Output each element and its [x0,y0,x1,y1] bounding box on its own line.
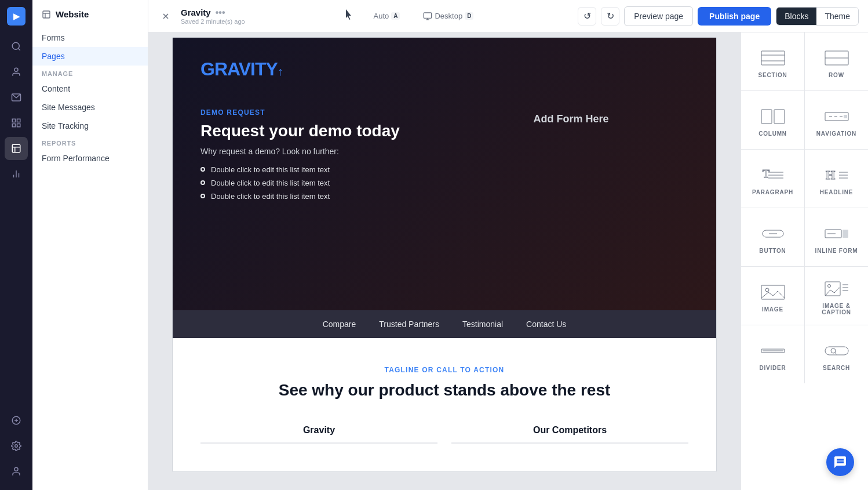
headline-block-icon: H [824,166,849,184]
svg-text:H: H [826,168,835,182]
sidebar-item-site-messages[interactable]: Site Messages [32,98,148,117]
hero-left-col: DEMO REQUEST Request your demo today Why… [200,108,435,201]
users-icon-btn[interactable] [5,60,28,84]
svg-rect-4 [12,119,15,122]
svg-rect-7 [17,124,20,127]
desktop-device-button[interactable]: Desktop D [418,9,478,23]
svg-point-0 [12,42,19,49]
hero-subtitle[interactable]: Why request a demo? Look no further: [200,147,435,156]
block-button[interactable]: BUTTON [741,208,804,266]
sidebar-item-content[interactable]: Content [32,79,148,98]
block-inline-form[interactable]: INLINE FORM [805,208,868,266]
topbar-actions: ↺ ↻ Preview page Publish page Blocks The… [578,6,859,26]
block-divider-label: DIVIDER [759,365,786,371]
search-icon-btn[interactable] [5,35,28,58]
list-item[interactable]: Double click to edit this list item text [200,179,435,187]
canvas-area[interactable]: GRAVITY↑ DEMO REQUEST Request your demo … [148,32,741,490]
svg-rect-38 [844,115,847,118]
svg-point-55 [827,285,830,288]
add-icon-btn[interactable] [5,409,28,432]
divider-block-icon [760,342,786,360]
nav-compare[interactable]: Compare [323,320,356,329]
blocks-grid: SECTION ROW COLUMN [741,32,868,383]
hero-list: Double click to edit this list item text… [200,165,435,201]
content-section: TAGLINE OR CALL TO ACTION See why our pr… [173,338,716,471]
svg-rect-19 [43,11,50,18]
settings-icon-btn[interactable] [5,434,28,458]
nav-bar: Compare Trusted Partners Testimonial Con… [173,310,716,338]
svg-rect-8 [12,144,20,153]
page-options-button[interactable]: ••• [216,8,225,18]
navigation-block-icon [824,107,849,126]
theme-toggle-button[interactable]: Theme [816,8,858,25]
sidebar-item-site-tracking[interactable]: Site Tracking [32,117,148,135]
grid-icon-btn[interactable] [5,111,28,135]
block-headline-label: HEADLINE [820,189,854,195]
svg-rect-5 [17,119,20,122]
hero-logo[interactable]: GRAVITY↑ [200,56,688,81]
block-section[interactable]: SECTION [741,32,804,90]
hero-content: GRAVITY↑ DEMO REQUEST Request your demo … [173,38,716,219]
block-image-caption-label: IMAGE & CAPTION [809,303,863,315]
blocks-toggle-button[interactable]: Blocks [776,8,816,25]
preview-page-button[interactable]: Preview page [624,6,693,26]
icon-bar: ▶ [0,0,32,490]
chat-bubble-button[interactable] [826,448,854,476]
hero-title[interactable]: Request your demo today [200,121,435,141]
section-title[interactable]: See why our product stands above the res… [200,381,688,400]
block-image-caption[interactable]: IMAGE & CAPTION [805,267,868,325]
hero-right-col[interactable]: Add Form Here [454,108,688,201]
block-image[interactable]: IMAGE [741,267,804,325]
block-navigation[interactable]: NAVIGATION [805,91,868,149]
sidebar-item-forms[interactable]: Forms [32,28,148,47]
block-headline[interactable]: H HEADLINE [805,150,868,208]
list-item[interactable]: Double click to edit this list item text [200,192,435,201]
blocks-panel: SECTION ROW COLUMN [741,32,868,490]
block-navigation-label: NAVIGATION [816,130,856,137]
cursor-icon [344,9,355,23]
app-logo[interactable]: ▶ [7,7,25,26]
sidebar-manage-header: MANAGE [32,66,148,79]
bullet-icon [200,180,205,185]
inline-form-block-icon [824,224,849,243]
pages-icon-btn[interactable] [5,137,28,160]
publish-page-button[interactable]: Publish page [698,7,771,26]
profile-icon-btn[interactable] [5,460,28,483]
form-placeholder: Add Form Here [533,113,608,125]
close-button[interactable] [158,8,174,24]
nav-contact-us[interactable]: Contact Us [526,320,566,329]
block-button-label: BUTTON [759,248,786,254]
section-tag: TAGLINE OR CALL TO ACTION [200,366,688,374]
block-column[interactable]: COLUMN [741,91,804,149]
svg-point-18 [14,467,18,471]
auto-device-button[interactable]: Auto A [369,9,404,23]
sidebar-item-pages[interactable]: Pages [32,47,148,66]
block-divider[interactable]: DIVIDER [741,325,804,383]
svg-rect-6 [12,124,15,127]
mail-icon-btn[interactable] [5,86,28,109]
sidebar-item-form-performance[interactable]: Form Performance [32,149,148,168]
block-search[interactable]: SEARCH [805,325,868,383]
hero-tag: DEMO REQUEST [200,108,435,117]
paragraph-block-icon: T [760,166,786,184]
search-block-icon [824,342,849,360]
page-title-area: Gravity ••• Saved 2 minute(s) ago [181,8,245,25]
topbar: Gravity ••• Saved 2 minute(s) ago Auto A… [148,0,868,32]
block-paragraph[interactable]: T PARAGRAPH [741,150,804,208]
block-search-label: SEARCH [823,365,850,371]
nav-trusted-partners[interactable]: Trusted Partners [379,320,439,329]
chart-icon-btn[interactable] [5,162,28,186]
undo-button[interactable]: ↺ [578,7,596,26]
block-section-label: SECTION [758,72,787,78]
list-item[interactable]: Double click to edit this list item text [200,165,435,174]
hero-section[interactable]: GRAVITY↑ DEMO REQUEST Request your demo … [173,38,716,310]
block-row[interactable]: ROW [805,32,868,90]
section-block-icon [760,49,786,67]
image-caption-block-icon [824,280,849,298]
hero-two-col: DEMO REQUEST Request your demo today Why… [200,108,688,201]
bullet-icon [200,194,205,198]
svg-rect-33 [774,110,785,124]
svg-rect-52 [761,285,785,299]
nav-testimonial[interactable]: Testimonial [462,320,503,329]
redo-button[interactable]: ↻ [601,7,619,26]
